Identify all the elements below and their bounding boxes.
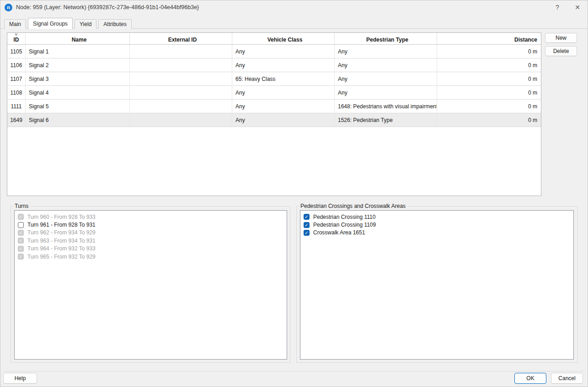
checkbox-icon: ✓ — [18, 238, 24, 244]
checkbox-icon: ✓ — [18, 214, 24, 220]
list-item: ✓Turn 964 - From 932 To 933 — [18, 245, 287, 253]
cell-vehicle_class: Any — [232, 86, 335, 99]
cell-pedestrian_type: Any — [335, 45, 437, 58]
checkbox-label: Turn 960 - From 928 To 933 — [27, 214, 96, 220]
cell-id: 1106 — [7, 58, 26, 72]
cell-pedestrian_type: 1648: Pedestrians with visual impairment — [335, 100, 437, 113]
checkbox-label: Turn 964 - From 932 To 933 — [27, 245, 96, 252]
column-header[interactable]: External ID — [130, 33, 232, 44]
footer-separator — [4, 371, 585, 371]
checkbox-label: Crosswalk Area 1651 — [313, 229, 365, 236]
cell-pedestrian_type: Any — [335, 72, 437, 85]
checkbox-label: Turn 965 - From 932 To 929 — [27, 254, 96, 260]
cell-vehicle_class: Any — [232, 45, 335, 58]
cell-pedestrian_type: 1526: Pedestrian Type — [335, 113, 437, 127]
table-row[interactable]: 1111Signal 5Any1648: Pedestrians with vi… — [7, 100, 541, 113]
checkbox-label: Turn 963 - From 934 To 931 — [27, 238, 96, 244]
cell-name: Signal 4 — [26, 86, 130, 99]
tab-yield[interactable]: Yield — [75, 19, 96, 29]
table-row[interactable]: 1105Signal 1AnyAny0 m — [7, 45, 541, 58]
node-icon: n — [5, 4, 12, 11]
tab-bar: MainSignal GroupsYieldAttributes — [4, 18, 134, 29]
checkbox-icon[interactable] — [18, 222, 24, 228]
cell-external_id — [130, 86, 232, 99]
table-row[interactable]: 1107Signal 365: Heavy ClassAny0 m — [7, 72, 541, 86]
table-header-row: ID˅NameExternal IDVehicle ClassPedestria… — [7, 33, 541, 45]
cell-distance: 0 m — [437, 86, 541, 99]
column-header[interactable]: Vehicle Class — [232, 33, 335, 44]
turns-groupbox-label: Turns — [13, 203, 30, 209]
cell-id: 1108 — [7, 86, 26, 99]
cell-id: 1649 — [7, 113, 26, 127]
checkbox-icon[interactable]: ✓ — [304, 222, 310, 228]
cell-external_id — [130, 100, 232, 113]
delete-button[interactable]: Delete — [545, 46, 577, 56]
list-item: ✓Turn 962 - From 934 To 929 — [18, 229, 287, 237]
checkbox-icon: ✓ — [18, 246, 24, 252]
list-item: ✓Turn 960 - From 928 To 933 — [18, 213, 287, 221]
list-item: ✓Crosswalk Area 1651 — [304, 229, 573, 237]
cell-id: 1107 — [7, 72, 26, 85]
table-row[interactable]: 1106Signal 2AnyAny0 m — [7, 58, 541, 72]
column-header[interactable]: Pedestrian Type — [335, 33, 437, 44]
checkbox-label: Turn 961 - From 928 To 931 — [27, 222, 96, 228]
cell-external_id — [130, 113, 232, 127]
cell-distance: 0 m — [437, 100, 541, 113]
ok-button[interactable]: OK — [514, 373, 546, 384]
column-header[interactable]: ID˅ — [7, 33, 26, 44]
list-item: ✓Pedestrian Crossing 1110 — [304, 213, 573, 221]
cell-id: 1105 — [7, 45, 26, 58]
checkbox-label: Pedestrian Crossing 1110 — [313, 214, 375, 220]
table-row[interactable]: 1108Signal 4AnyAny0 m — [7, 86, 541, 100]
node-editor-dialog: n Node: 959 (Layer: Network) {6939287c-2… — [0, 0, 588, 387]
cell-pedestrian_type: Any — [335, 86, 437, 99]
checkbox-label: Turn 962 - From 934 To 929 — [27, 229, 96, 236]
cell-distance: 0 m — [437, 72, 541, 85]
list-item: ✓Turn 963 - From 934 To 931 — [18, 237, 287, 244]
cell-external_id — [130, 72, 232, 85]
list-item: Turn 961 - From 928 To 931 — [18, 221, 287, 228]
cell-name: Signal 2 — [26, 58, 130, 72]
cell-external_id — [130, 45, 232, 58]
cell-distance: 0 m — [437, 58, 541, 72]
titlebar-buttons: ? ✕ — [547, 0, 588, 14]
sort-indicator-icon: ˅ — [15, 32, 18, 37]
cell-distance: 0 m — [437, 45, 541, 58]
checkbox-icon: ✓ — [18, 254, 24, 260]
cancel-button[interactable]: Cancel — [551, 373, 583, 384]
help-icon[interactable]: ? — [547, 0, 567, 14]
window-title: Node: 959 (Layer: Network) {6939287c-273… — [16, 4, 199, 11]
cell-id: 1111 — [7, 100, 26, 113]
checkbox-icon[interactable]: ✓ — [304, 230, 310, 236]
cell-distance: 0 m — [437, 113, 541, 127]
checkbox-icon: ✓ — [18, 230, 24, 236]
title-bar: n Node: 959 (Layer: Network) {6939287c-2… — [0, 0, 588, 14]
cell-name: Signal 6 — [26, 113, 130, 127]
cell-vehicle_class: Any — [232, 100, 335, 113]
cell-vehicle_class: 65: Heavy Class — [232, 72, 335, 85]
signal-groups-table: ID˅NameExternal IDVehicle ClassPedestria… — [7, 32, 541, 196]
crossings-list[interactable]: ✓Pedestrian Crossing 1110✓Pedestrian Cro… — [300, 210, 574, 360]
crossings-groupbox-label: Pedestrian Crossings and Crosswalk Areas — [299, 203, 407, 209]
help-button[interactable]: Help — [3, 373, 37, 384]
checkbox-label: Pedestrian Crossing 1109 — [313, 222, 376, 228]
cell-name: Signal 5 — [26, 100, 130, 113]
cell-name: Signal 3 — [26, 72, 130, 85]
crossings-groupbox: Pedestrian Crossings and Crosswalk Areas… — [296, 206, 578, 363]
checkbox-icon[interactable]: ✓ — [304, 214, 310, 220]
column-header[interactable]: Name — [26, 33, 130, 44]
tab-signal-groups[interactable]: Signal Groups — [28, 18, 73, 29]
tab-attributes[interactable]: Attributes — [98, 19, 132, 29]
list-item: ✓Pedestrian Crossing 1109 — [304, 221, 573, 228]
close-icon[interactable]: ✕ — [567, 0, 588, 14]
turns-groupbox: Turns ✓Turn 960 - From 928 To 933Turn 96… — [11, 206, 290, 363]
list-item: ✓Turn 965 - From 932 To 929 — [18, 253, 287, 260]
turns-list[interactable]: ✓Turn 960 - From 928 To 933Turn 961 - Fr… — [14, 210, 287, 360]
table-row[interactable]: 1649Signal 6Any1526: Pedestrian Type0 m — [7, 113, 541, 127]
cell-vehicle_class: Any — [232, 58, 335, 72]
column-header[interactable]: Distance — [437, 33, 541, 44]
new-button[interactable]: New — [545, 33, 577, 43]
table-body: 1105Signal 1AnyAny0 m1106Signal 2AnyAny0… — [7, 45, 541, 127]
tab-main[interactable]: Main — [4, 19, 26, 29]
cell-name: Signal 1 — [26, 45, 130, 58]
